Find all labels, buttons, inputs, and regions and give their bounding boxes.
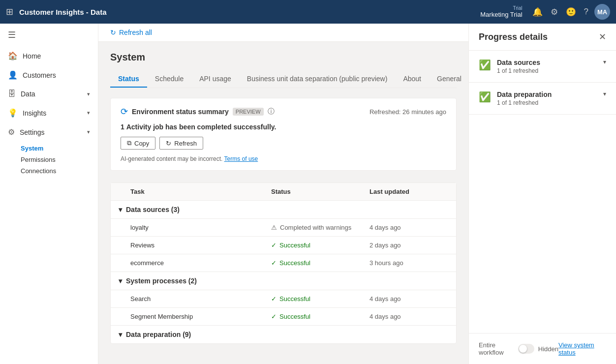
app-title: Customer Insights - Data [19, 8, 480, 16]
table-row: Reviews ✓ Successful 2 days ago [111, 237, 456, 254]
settings-icon[interactable]: ⚙ [549, 5, 560, 19]
entire-workflow-label: Entire workflow [479, 341, 514, 356]
copy-label: Copy [134, 140, 149, 147]
progress-item-success-icon: ✅ [479, 59, 491, 71]
system-label: System [21, 145, 43, 152]
data-label: Data [21, 90, 35, 98]
hidden-label: Hidden [538, 345, 558, 353]
refresh-all-icon: ↻ [110, 29, 116, 36]
help-icon[interactable]: ? [582, 5, 590, 19]
section-system-processes-chevron-icon [119, 277, 122, 285]
status-search: ✓ Successful [271, 295, 370, 303]
progress-item-data-preparation: ✅ Data preparation 1 of 1 refreshed [469, 83, 616, 115]
view-system-status-link[interactable]: View system status [558, 341, 606, 356]
section-data-sources-chevron-icon [119, 206, 122, 213]
copy-button[interactable]: ⧉ Copy [121, 137, 155, 150]
entire-workflow-toggle-area: Entire workflow Hidden [479, 341, 558, 356]
sidebar-item-settings[interactable]: ⚙ Settings [0, 122, 98, 142]
section-system-processes[interactable]: System processes (2) [111, 272, 456, 290]
sidebar-section-system[interactable]: System [0, 142, 98, 153]
task-segment-membership: Segment Membership [130, 313, 271, 320]
insights-chevron-icon [87, 110, 90, 116]
ai-disclaimer: AI-generated content may be incorrect. T… [121, 155, 446, 162]
sidebar-section-connections[interactable]: Connections [0, 164, 98, 176]
settings-sidebar-icon: ⚙ [8, 127, 15, 137]
main-content: System Status Schedule API usage Busines… [98, 42, 468, 364]
refresh-button[interactable]: ↻ Refresh [159, 137, 203, 150]
progress-item-data-sources-title: Data sources [497, 59, 597, 66]
section-data-preparation[interactable]: Data preparation (9) [111, 326, 456, 343]
progress-item-data-sources-sub: 1 of 1 refreshed [497, 67, 597, 74]
tab-api-usage[interactable]: API usage [191, 71, 239, 88]
progress-item-chevron-icon-2[interactable] [603, 91, 606, 97]
status-reviews: ✓ Successful [271, 242, 370, 249]
task-loyalty: loyalty [130, 224, 271, 231]
customers-icon: 👤 [8, 70, 18, 80]
settings-label: Settings [20, 128, 45, 136]
terms-of-use-link[interactable]: Terms of use [224, 155, 258, 162]
refresh-icon: ↻ [166, 140, 171, 147]
hamburger-icon[interactable]: ☰ [0, 24, 98, 46]
progress-item-data-prep-title: Data preparation [497, 91, 597, 98]
table-row: Segment Membership ✓ Successful 4 days a… [111, 308, 456, 326]
updated-search: 4 days ago [370, 295, 448, 303]
table-row: loyalty ⚠ Completed with warnings 4 days… [111, 219, 456, 237]
progress-item-content: Data sources 1 of 1 refreshed [497, 59, 597, 74]
grid-icon[interactable]: ⊞ [6, 6, 13, 17]
sidebar-item-data[interactable]: 🗄 Data [0, 85, 98, 103]
trial-label: Trial [513, 5, 522, 11]
status-actions: ⧉ Copy ↻ Refresh [121, 137, 446, 150]
tab-schedule[interactable]: Schedule [147, 71, 191, 88]
trial-info: Trial Marketing Trial [480, 5, 522, 18]
status-segment-membership: ✓ Successful [271, 313, 370, 320]
insights-label: Insights [23, 109, 46, 117]
status-loyalty: ⚠ Completed with warnings [271, 224, 370, 231]
toggle-knob [519, 345, 527, 353]
refresh-all-button[interactable]: ↻ Refresh all [110, 29, 152, 36]
success-icon: ✓ [271, 242, 277, 249]
entire-workflow-toggle[interactable] [518, 344, 534, 354]
progress-panel-header: Progress details ✕ [469, 24, 616, 51]
updated-segment-membership: 4 days ago [370, 313, 448, 320]
tab-general[interactable]: General [429, 71, 468, 88]
page-title: System [110, 52, 457, 63]
sidebar: ☰ 🏠 Home 👤 Customers 🗄 Data 💡 Insights ⚙… [0, 24, 98, 364]
main-layout: ☰ 🏠 Home 👤 Customers 🗄 Data 💡 Insights ⚙… [0, 24, 616, 364]
tab-about[interactable]: About [395, 71, 429, 88]
data-icon: 🗄 [8, 90, 16, 98]
tab-business-unit[interactable]: Business unit data separation (public pr… [239, 71, 396, 88]
progress-item-content-2: Data preparation 1 of 1 refreshed [497, 91, 597, 106]
avatar[interactable]: MA [594, 4, 610, 20]
home-label: Home [23, 52, 41, 60]
updated-loyalty: 4 days ago [370, 224, 448, 231]
insights-icon: 💡 [8, 108, 18, 118]
table-header: Task Status Last updated [111, 183, 456, 201]
table-row: Search ✓ Successful 4 days ago [111, 290, 456, 308]
home-icon: 🏠 [8, 51, 18, 61]
section-data-sources-title: Data sources (3) [126, 206, 180, 213]
content-area: ↻ Refresh all System Status Schedule API… [98, 24, 468, 364]
smiley-icon[interactable]: 🙂 [564, 5, 578, 19]
updated-ecommerce: 3 hours ago [370, 259, 448, 267]
info-icon[interactable]: ⓘ [268, 107, 275, 116]
trial-name: Marketing Trial [480, 11, 522, 18]
refresh-time: Refreshed: 26 minutes ago [370, 108, 446, 116]
sidebar-section-permissions[interactable]: Permissions [0, 153, 98, 164]
progress-item-chevron-icon[interactable] [603, 59, 606, 65]
status-card-header: ⟳ Environment status summary PREVIEW ⓘ R… [121, 106, 446, 117]
sidebar-item-customers[interactable]: 👤 Customers [0, 65, 98, 85]
close-progress-panel-button[interactable]: ✕ [599, 31, 606, 42]
tab-status[interactable]: Status [110, 71, 147, 88]
section-data-preparation-title: Data preparation (9) [126, 331, 191, 338]
section-data-sources[interactable]: Data sources (3) [111, 201, 456, 219]
task-search: Search [130, 295, 271, 303]
sidebar-item-insights[interactable]: 💡 Insights [0, 103, 98, 122]
sidebar-item-home[interactable]: 🏠 Home [0, 46, 98, 65]
status-card: ⟳ Environment status summary PREVIEW ⓘ R… [110, 98, 457, 171]
copy-icon: ⧉ [127, 139, 131, 147]
notifications-icon[interactable]: 🔔 [530, 5, 545, 19]
warning-icon: ⚠ [271, 224, 277, 231]
section-system-processes-title: System processes (2) [126, 277, 197, 285]
data-chevron-icon [87, 91, 90, 97]
progress-panel-footer: Entire workflow Hidden View system statu… [469, 333, 616, 364]
